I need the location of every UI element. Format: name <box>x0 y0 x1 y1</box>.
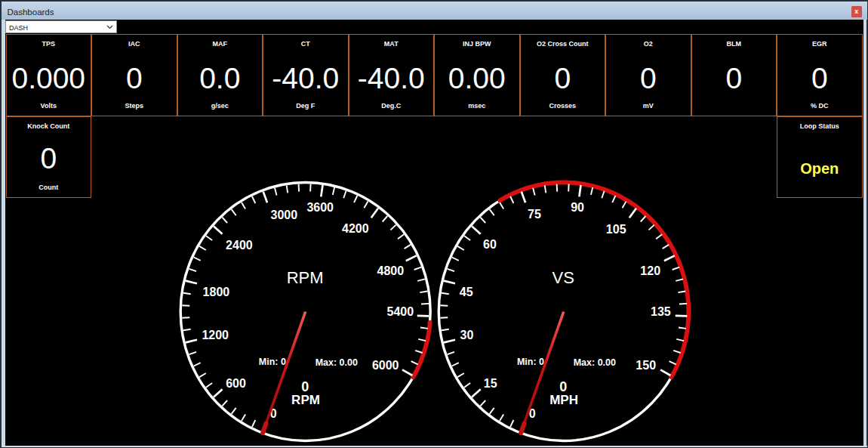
svg-text:2400: 2400 <box>226 239 253 252</box>
svg-text:30: 30 <box>460 329 474 341</box>
svg-text:3000: 3000 <box>271 209 298 221</box>
svg-text:135: 135 <box>651 305 671 318</box>
svg-text:105: 105 <box>606 223 626 236</box>
svg-text:600: 600 <box>226 377 246 390</box>
svg-text:45: 45 <box>460 286 473 298</box>
svg-text:6000: 6000 <box>372 359 399 372</box>
svg-text:75: 75 <box>528 208 541 221</box>
svg-text:MPH: MPH <box>549 393 578 407</box>
svg-text:1800: 1800 <box>203 286 230 298</box>
svg-text:4200: 4200 <box>342 222 369 235</box>
svg-text:90: 90 <box>571 201 584 214</box>
svg-text:Min: 0: Min: 0 <box>517 357 544 367</box>
svg-text:150: 150 <box>636 359 656 372</box>
svg-text:RPM: RPM <box>287 268 324 287</box>
svg-text:Min: 0: Min: 0 <box>259 357 286 367</box>
svg-text:VS: VS <box>552 268 574 287</box>
svg-text:RPM: RPM <box>291 393 320 407</box>
svg-text:4800: 4800 <box>377 264 405 277</box>
svg-text:Max: 0.00: Max: 0.00 <box>315 357 358 368</box>
svg-text:Max: 0.00: Max: 0.00 <box>574 357 616 368</box>
svg-text:5400: 5400 <box>387 305 414 318</box>
svg-text:15: 15 <box>484 377 497 390</box>
svg-text:1200: 1200 <box>202 329 229 341</box>
svg-text:60: 60 <box>483 238 497 251</box>
svg-text:120: 120 <box>640 264 660 277</box>
svg-text:3600: 3600 <box>306 201 334 214</box>
